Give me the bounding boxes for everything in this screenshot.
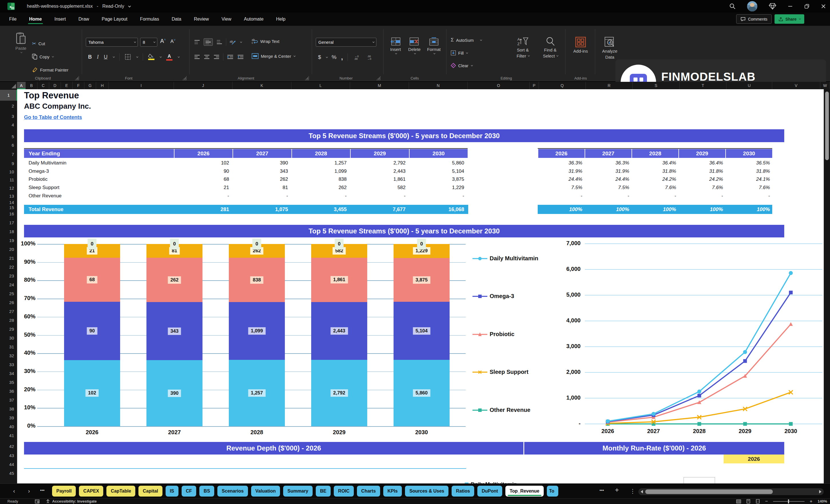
sheet-tab-capex[interactable]: CAPEX bbox=[79, 486, 103, 497]
align-center-icon[interactable] bbox=[204, 54, 210, 60]
row-header-33[interactable]: 33 bbox=[3, 362, 14, 368]
revenue-cell[interactable]: 21 bbox=[183, 183, 229, 192]
pct-year-header-2027[interactable]: 2027 bbox=[585, 149, 632, 158]
align-left-icon[interactable] bbox=[194, 54, 200, 60]
sheet-tab-bs[interactable]: BS bbox=[199, 486, 214, 497]
row-header-40[interactable]: 40 bbox=[3, 424, 14, 430]
tabs-overflow-button[interactable]: ••• bbox=[600, 488, 604, 493]
total-revenue-cell[interactable]: 281 bbox=[183, 205, 229, 214]
column-header-B[interactable]: B bbox=[26, 82, 37, 89]
menu-tab-view[interactable]: View bbox=[221, 15, 232, 24]
revenue-pct-cell[interactable]: 7.5% bbox=[542, 183, 582, 192]
increase-indent-icon[interactable] bbox=[237, 54, 244, 60]
sheet-tab-charts[interactable]: Charts bbox=[357, 486, 380, 497]
revenue-row-label[interactable]: Daily Multivitamin bbox=[29, 159, 66, 167]
revenue-pct-cell[interactable]: 31.8% bbox=[683, 167, 723, 175]
sheet-tab-roic[interactable]: ROIC bbox=[334, 486, 354, 497]
revenue-pct-cell[interactable]: 36.4% bbox=[636, 159, 676, 167]
column-header-F[interactable]: F bbox=[73, 82, 84, 89]
search-icon[interactable] bbox=[729, 3, 736, 9]
revenue-pct-cell[interactable]: 24.4% bbox=[542, 175, 582, 183]
menu-tab-help[interactable]: Help bbox=[276, 15, 286, 24]
percent-format-button[interactable]: % bbox=[332, 54, 337, 60]
revenue-pct-cell[interactable]: 31.9% bbox=[542, 167, 582, 175]
shrink-font-button[interactable]: A˅ bbox=[170, 38, 175, 44]
column-header-W[interactable]: W bbox=[820, 82, 830, 89]
column-header-P[interactable]: P bbox=[530, 82, 539, 89]
cut-button[interactable]: ✂Cut bbox=[32, 41, 45, 46]
decrease-indent-icon[interactable] bbox=[227, 54, 234, 60]
revenue-cell[interactable]: - bbox=[183, 192, 229, 200]
align-bottom-icon[interactable] bbox=[216, 39, 223, 44]
scroll-left-arrow[interactable] bbox=[641, 490, 643, 494]
avatar[interactable] bbox=[747, 1, 757, 11]
column-header-D[interactable]: D bbox=[49, 82, 61, 89]
sheet-tab-scenarios[interactable]: Scenarios bbox=[217, 486, 248, 497]
row-header-25[interactable]: 25 bbox=[3, 291, 14, 296]
align-right-icon[interactable] bbox=[213, 54, 220, 60]
sheet-tab-summary[interactable]: Summary bbox=[283, 486, 313, 497]
row-header-13[interactable]: 13 bbox=[3, 193, 14, 199]
revenue-cell[interactable]: 262 bbox=[242, 175, 288, 183]
paste-button[interactable]: Paste bbox=[12, 32, 29, 53]
menu-tab-data[interactable]: Data bbox=[171, 15, 182, 24]
select-all-corner[interactable] bbox=[0, 82, 17, 89]
revenue-pct-cell[interactable]: - bbox=[636, 192, 676, 200]
row-header-34[interactable]: 34 bbox=[3, 371, 14, 376]
revenue-cell[interactable]: 390 bbox=[242, 159, 288, 167]
prev-sheet-button[interactable]: ‹ bbox=[13, 488, 15, 494]
sheet-tab-captable[interactable]: CapTable bbox=[106, 486, 135, 497]
total-revenue-label[interactable]: Total Revenue bbox=[29, 205, 63, 214]
zoom-in-button[interactable]: + bbox=[810, 499, 812, 504]
menu-tab-formulas[interactable]: Formulas bbox=[139, 15, 160, 24]
row-header-16[interactable]: 16 bbox=[3, 211, 14, 217]
monthly-runrate-banner[interactable]: Monthly Run-Rate ($'000) - 2026 bbox=[524, 442, 784, 454]
revenue-cell[interactable]: 1,861 bbox=[360, 175, 406, 183]
row-header-35[interactable]: 35 bbox=[3, 380, 14, 385]
column-header-N[interactable]: N bbox=[409, 82, 468, 89]
pct-year-header-2029[interactable]: 2029 bbox=[679, 149, 725, 158]
horizontal-scrollbar[interactable] bbox=[638, 488, 824, 495]
clipboard-dialog-launcher[interactable] bbox=[75, 76, 79, 80]
row-header-42[interactable]: 42 bbox=[3, 444, 14, 449]
row-header-44[interactable]: 44 bbox=[3, 462, 14, 467]
year-header-2026[interactable]: 2026 bbox=[174, 149, 232, 158]
page-break-view-icon[interactable] bbox=[756, 499, 760, 503]
row-header-21[interactable]: 21 bbox=[3, 255, 14, 261]
vertical-scrollbar[interactable] bbox=[824, 89, 830, 483]
format-cells-button[interactable]: Format bbox=[425, 37, 443, 54]
total-revenue-pct-cell[interactable]: 100% bbox=[636, 205, 676, 214]
clear-button[interactable]: Clear bbox=[451, 63, 472, 68]
row-header-30[interactable]: 30 bbox=[3, 335, 14, 341]
revenue-cell[interactable]: 5,104 bbox=[418, 167, 464, 175]
column-header-J[interactable]: J bbox=[174, 82, 232, 89]
revenue-pct-cell[interactable]: 31.9% bbox=[589, 167, 629, 175]
pct-year-header-2030[interactable]: 2030 bbox=[726, 149, 772, 158]
row-header-28[interactable]: 28 bbox=[3, 317, 14, 323]
italic-button[interactable]: I bbox=[97, 54, 99, 60]
revenue-cell[interactable]: 582 bbox=[360, 183, 406, 192]
year-ending-header[interactable]: Year Ending bbox=[24, 149, 174, 158]
insert-cells-button[interactable]: Insert bbox=[387, 37, 404, 54]
revenue-pct-cell[interactable]: - bbox=[542, 192, 582, 200]
revenue-pct-cell[interactable]: 36.5% bbox=[730, 159, 770, 167]
row-header-3[interactable]: 3 bbox=[3, 114, 14, 119]
sheet-list-button[interactable]: ••• bbox=[40, 488, 44, 493]
row-header-7[interactable]: 7 bbox=[3, 152, 14, 157]
row-header-36[interactable]: 36 bbox=[3, 388, 14, 394]
tabbar-menu-button[interactable]: ⋮ bbox=[630, 488, 636, 495]
revenue-pct-cell[interactable]: 24.2% bbox=[683, 175, 723, 183]
column-header-I[interactable]: I bbox=[109, 82, 174, 89]
zoom-out-button[interactable]: − bbox=[765, 499, 768, 504]
column-header-O[interactable]: O bbox=[468, 82, 530, 89]
column-header-T[interactable]: T bbox=[679, 82, 727, 89]
row-header-19[interactable]: 19 bbox=[3, 238, 14, 244]
premium-diamond-icon[interactable] bbox=[769, 3, 776, 10]
total-revenue-pct-cell[interactable]: 100% bbox=[683, 205, 723, 214]
underline-button[interactable]: U bbox=[104, 54, 107, 60]
sort-filter-button[interactable]: AZ Sort & Filter bbox=[512, 37, 534, 58]
accessibility-icon[interactable] bbox=[46, 499, 50, 503]
revenue-pct-cell[interactable]: - bbox=[589, 192, 629, 200]
font-size-combo[interactable]: 8 bbox=[140, 38, 157, 46]
row-header-17[interactable]: 17 bbox=[3, 220, 14, 226]
